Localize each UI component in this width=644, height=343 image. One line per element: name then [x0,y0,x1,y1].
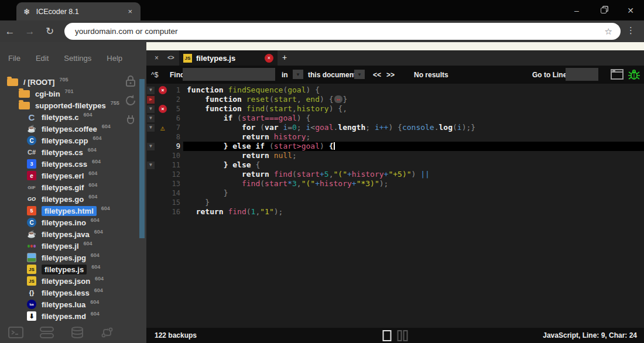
tree-item-filetypes.cs[interactable]: C#filetypes.cs604 [0,146,137,158]
address-bar[interactable]: yourdomain.com or computer ☆ [64,23,621,40]
fold-gutter-cell[interactable] [146,151,155,160]
code-line-13[interactable]: 13 find(start*3,"("+history+"*3)"); [146,179,644,188]
code-line-2[interactable]: ▶2 function reset(start, end) {↔} [146,95,644,104]
code-line-10[interactable]: 10 return null; [146,151,644,160]
forward-icon[interactable]: → [20,26,40,37]
fold-gutter-cell[interactable]: ▼ [146,160,155,170]
tree-item--root-[interactable]: / [ROOT]705 [0,76,137,88]
tree-item-filetypes.md[interactable]: ⬇filetypes.md604 [0,310,137,322]
lock-icon[interactable] [124,75,137,88]
browser-menu-icon[interactable]: ⋮ [626,25,635,36]
git-icon[interactable] [100,327,114,338]
bookmark-star-icon[interactable]: ☆ [605,26,612,37]
code-view-icon[interactable]: <> [167,54,174,61]
back-icon[interactable]: ← [0,26,20,37]
code-editor[interactable]: ▼×1function findSequence(goal) {▶2 funct… [146,84,644,328]
fold-open-icon[interactable]: ▼ [147,124,155,132]
fold-gutter-cell[interactable] [146,188,155,198]
tab-filetypes-js[interactable]: JS filetypes.js × [179,50,278,66]
find-previous-button[interactable]: << [373,71,381,79]
fold-open-icon[interactable]: ▼ [147,162,155,169]
fold-open-icon[interactable]: ▼ [147,115,155,122]
tree-item-supported-filetypes[interactable]: supported-filetypes755 [0,100,137,111]
fold-gutter-cell[interactable] [146,198,155,207]
preview-window-icon[interactable] [611,69,624,80]
find-action-dropdown-icon[interactable]: ▼ [293,70,303,79]
warning-marker-icon[interactable]: ⚠ [160,124,165,132]
window-close-button[interactable]: ✕ [617,0,644,20]
code-line-15[interactable]: 15 } [146,198,644,207]
fold-open-icon[interactable]: ▼ [147,87,155,94]
tree-item-filetypes.cpp[interactable]: Cfiletypes.cpp604 [0,135,137,146]
tree-item-filetypes.go[interactable]: GOfiletypes.go604 [0,193,137,205]
window-minimize-button[interactable]: – [563,0,590,20]
tab-close-icon[interactable]: × [265,54,273,63]
layers-icon[interactable] [39,327,54,338]
window-restore-button[interactable] [590,0,617,20]
tree-item-filetypes.lua[interactable]: luafiletypes.lua604 [0,299,137,310]
code-line-6[interactable]: ▼6 if (start===goal) { [146,114,644,123]
fold-gutter-cell[interactable]: ▼ [146,114,155,123]
error-marker-icon[interactable]: × [159,105,167,113]
menu-help[interactable]: Help [107,54,122,63]
browser-tab-close-icon[interactable]: × [125,7,135,16]
fold-gutter-cell[interactable]: ▼ [146,123,155,132]
menu-edit[interactable]: Edit [36,54,49,63]
tree-item-filetypes.gif[interactable]: GIFfiletypes.gif604 [0,181,137,193]
regex-toggle[interactable]: ^$ [151,71,158,79]
fold-gutter-cell[interactable]: ▼ [146,104,155,114]
sidebar-scrollbar[interactable] [139,79,145,238]
fold-gutter-cell[interactable]: ▼ [146,85,155,95]
find-input[interactable] [183,68,275,81]
goto-line-input[interactable] [566,68,598,81]
tree-item-filetypes.json[interactable]: JSfiletypes.json604 [0,275,137,287]
fold-gutter-cell[interactable] [146,207,155,217]
browser-tab[interactable]: ❄ ICEcoder 8.1 × [16,2,141,20]
fold-gutter-cell[interactable] [146,132,155,142]
tree-item-filetypes.ino[interactable]: Cfiletypes.ino604 [0,217,137,228]
tree-item-filetypes.html[interactable]: 5filetypes.html604 [0,205,137,217]
find-scope-value[interactable]: this document [308,71,356,79]
close-all-tabs-icon[interactable]: × [155,54,159,62]
code-line-5[interactable]: ▼×5 function find(start,history) {, [146,104,644,114]
code-line-7[interactable]: ▼⚠7 for (var i=0; i<goal.length; i++) {c… [146,123,644,132]
tree-item-filetypes.less[interactable]: {}filetypes.less604 [0,287,137,299]
url-text[interactable]: yourdomain.com or computer [75,27,605,36]
find-next-button[interactable]: >> [386,71,395,79]
menu-settings[interactable]: Settings [64,54,91,63]
fold-gutter-cell[interactable]: ▶ [146,95,155,104]
refresh-icon[interactable] [124,94,137,107]
tree-item-filetypes.erl[interactable]: efiletypes.erl604 [0,170,137,181]
fold-gutter-cell[interactable]: ▼ [146,142,155,151]
tree-item-filetypes.java[interactable]: ☕filetypes.java604 [0,228,137,240]
error-marker-icon[interactable]: × [159,86,167,94]
single-pane-icon[interactable] [383,330,392,341]
database-icon[interactable] [70,327,84,338]
backups-status[interactable]: 122 backups [155,331,197,339]
code-line-9[interactable]: ▼9 } else if (start>goal) { [146,142,644,151]
code-line-8[interactable]: 8 return history; [146,132,644,142]
code-line-14[interactable]: 14 } [146,188,644,198]
code-line-11[interactable]: ▼11 } else { [146,160,644,170]
fold-collapsed-icon[interactable]: ▶ [147,96,155,104]
code-line-1[interactable]: ▼×1function findSequence(goal) { [146,85,644,95]
plugin-icon[interactable] [124,114,137,126]
tree-item-cgi-bin[interactable]: cgi-bin701 [0,88,137,100]
tree-item-filetypes.js[interactable]: JSfiletypes.js604 [0,263,137,275]
tree-item-filetypes.jl[interactable]: filetypes.jl604 [0,240,137,252]
tree-item-filetypes.css[interactable]: 3filetypes.css604 [0,158,137,170]
menu-file[interactable]: File [8,54,20,63]
terminal-icon[interactable] [8,327,23,338]
find-scope-dropdown-icon[interactable]: ▼ [354,70,365,79]
code-line-12[interactable]: 12 return find(start+5,"("+history+"+5)"… [146,170,644,179]
tree-item-filetypes.c[interactable]: Cfiletypes.c604 [0,111,137,123]
tree-item-filetypes.coffee[interactable]: ☕filetypes.coffee604 [0,123,137,135]
tree-item-filetypes.jpg[interactable]: filetypes.jpg604 [0,252,137,263]
split-pane-icon[interactable] [398,330,408,341]
fold-gutter-cell[interactable] [146,170,155,179]
new-tab-button[interactable]: + [282,53,287,62]
fold-open-icon[interactable]: ▼ [147,105,155,113]
code-line-16[interactable]: 16 return find(1,"1"); [146,207,644,217]
fold-gutter-cell[interactable] [146,179,155,188]
bug-icon[interactable] [628,68,640,80]
